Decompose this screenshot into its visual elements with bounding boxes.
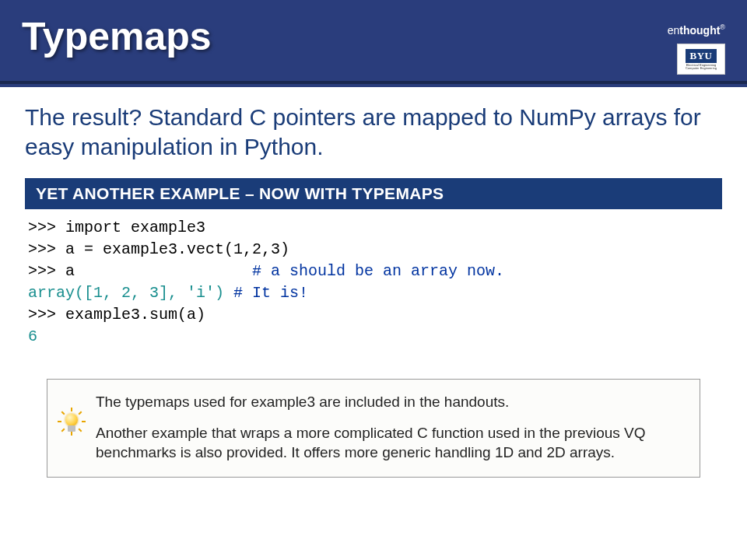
logo-byu: BYU Electrical Engineering Computer Engi… [677, 44, 725, 75]
code-line-2: >>> a = example3.vect(1,2,3) [28, 239, 722, 261]
slide-header: Typemaps enthought® BYU Electrical Engin… [0, 0, 747, 84]
section-header: YET ANOTHER EXAMPLE – NOW WITH TYPEMAPS [25, 178, 722, 209]
code-block: >>> import example3 >>> a = example3.vec… [25, 217, 722, 348]
code-line-1: >>> import example3 [28, 217, 722, 239]
callout-p1: The typemaps used for example3 are inclu… [96, 392, 686, 412]
logo-byu-text: BYU [686, 49, 717, 63]
slide-body: The result? Standard C pointers are mapp… [0, 84, 747, 478]
brand-bold: thought [679, 24, 720, 37]
intro-text: The result? Standard C pointers are mapp… [25, 103, 722, 161]
lightbulb-icon [60, 392, 83, 434]
logo-byu-sub: Electrical Engineering Computer Engineer… [679, 64, 723, 70]
code-line-3: >>> a # a should be an array now. [28, 261, 722, 282]
brand-reg: ® [720, 23, 725, 31]
slide-title: Typemaps [22, 14, 725, 59]
brand-enthought: enthought® [668, 23, 725, 37]
code-line-4: array([1, 2, 3], 'i') # It is! [28, 282, 722, 304]
callout-box: The typemaps used for example3 are inclu… [47, 379, 700, 478]
header-divider [0, 84, 747, 87]
callout-p2: Another example that wraps a more compli… [96, 423, 686, 463]
code-line-5: >>> example3.sum(a) [28, 304, 722, 326]
code-line-6: 6 [28, 326, 722, 348]
brand-light: en [668, 24, 680, 37]
callout-text: The typemaps used for example3 are inclu… [96, 392, 686, 463]
